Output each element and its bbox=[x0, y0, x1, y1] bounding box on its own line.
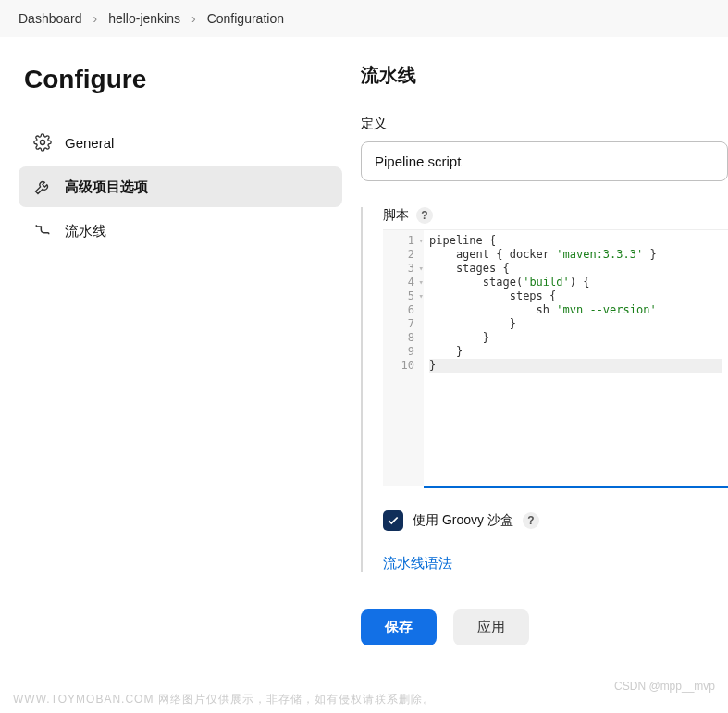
editor-code[interactable]: pipeline { agent { docker 'maven:3.3.3' … bbox=[424, 230, 728, 486]
sidebar-item-label: 高级项目选项 bbox=[65, 178, 148, 196]
code-editor[interactable]: 12345678910 pipeline { agent { docker 'm… bbox=[383, 229, 728, 488]
script-label: 脚本 bbox=[383, 207, 409, 224]
help-icon[interactable]: ? bbox=[416, 207, 433, 224]
breadcrumb-item[interactable]: Configuration bbox=[207, 11, 284, 26]
sidebar-item-label: 流水线 bbox=[65, 223, 106, 240]
breadcrumb: Dashboard › hello-jenkins › Configuratio… bbox=[0, 0, 728, 37]
gear-icon bbox=[33, 133, 52, 152]
save-button[interactable]: 保存 bbox=[361, 609, 437, 645]
wrench-icon bbox=[33, 178, 52, 196]
apply-button[interactable]: 应用 bbox=[453, 609, 529, 645]
sidebar-item-advanced[interactable]: 高级项目选项 bbox=[19, 166, 342, 207]
help-icon[interactable]: ? bbox=[523, 512, 539, 529]
definition-select[interactable]: Pipeline script bbox=[361, 141, 728, 181]
sidebar-item-pipeline[interactable]: 流水线 bbox=[19, 211, 342, 252]
section-title: 流水线 bbox=[361, 63, 728, 88]
main-panel: 流水线 定义 Pipeline script 脚本 ? 12345678910 … bbox=[352, 37, 728, 645]
breadcrumb-item[interactable]: Dashboard bbox=[19, 11, 82, 26]
pipeline-syntax-link[interactable]: 流水线语法 bbox=[383, 555, 452, 572]
editor-bottom-border bbox=[424, 486, 728, 488]
breadcrumb-item[interactable]: hello-jenkins bbox=[108, 11, 180, 26]
pipeline-icon bbox=[33, 222, 52, 240]
sandbox-checkbox[interactable] bbox=[383, 510, 403, 531]
sandbox-label: 使用 Groovy 沙盒 bbox=[413, 512, 513, 529]
watermark: WWW.TOYMOBAN.COM 网络图片仅供展示，非存储，如有侵权请联系删除。 bbox=[13, 692, 435, 707]
editor-gutter: 12345678910 bbox=[383, 230, 424, 486]
watermark: CSDN @mpp__mvp bbox=[614, 680, 715, 693]
chevron-right-icon: › bbox=[93, 11, 98, 26]
sidebar-item-label: General bbox=[65, 135, 114, 151]
sidebar: Configure General 高级项目选项 流水线 bbox=[0, 37, 352, 645]
sidebar-item-general[interactable]: General bbox=[19, 122, 342, 163]
chevron-right-icon: › bbox=[191, 11, 196, 26]
page-title: Configure bbox=[19, 65, 342, 94]
definition-label: 定义 bbox=[361, 116, 728, 132]
svg-point-0 bbox=[41, 141, 45, 145]
